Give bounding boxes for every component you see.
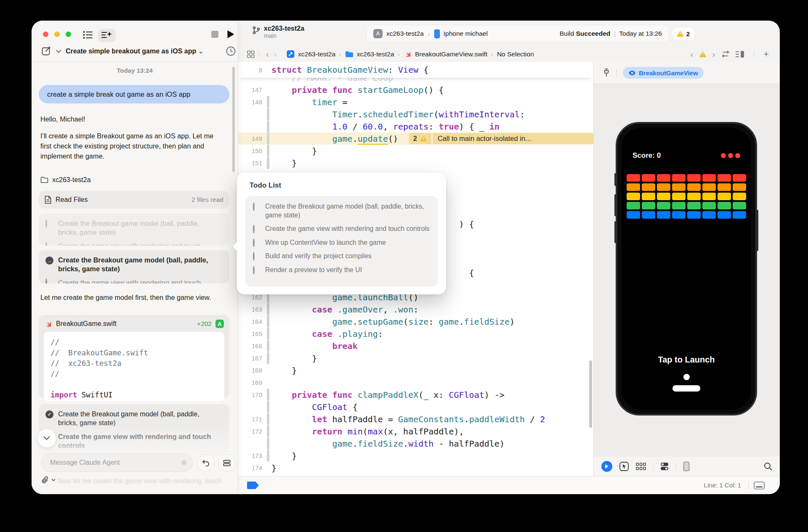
editor-grid-icon[interactable] bbox=[247, 50, 255, 58]
code-line[interactable]: 173} bbox=[238, 450, 593, 462]
minimize-traffic-light[interactable] bbox=[54, 32, 60, 37]
code-line[interactable]: 168} bbox=[238, 364, 593, 376]
todo-item[interactable]: Render a preview to verify the UI bbox=[253, 266, 430, 275]
session-list-icon[interactable] bbox=[83, 30, 93, 40]
activity-view[interactable]: A xc263-test2a › Iphone michael Build Su… bbox=[366, 25, 669, 42]
keyboard-icon[interactable] bbox=[754, 482, 765, 490]
code-line[interactable]: 174} bbox=[238, 462, 593, 474]
brick-row bbox=[627, 174, 746, 182]
todo-item-label: Create the Breakout game model (ball, pa… bbox=[265, 202, 430, 220]
todo-item[interactable]: Build and verify the project compiles bbox=[253, 252, 430, 261]
stop-button[interactable] bbox=[211, 31, 218, 38]
breadcrumb-file[interactable]: BreakoutGameView.swift bbox=[415, 50, 487, 58]
minimap-icon[interactable] bbox=[735, 50, 744, 58]
code-line[interactable]: 151} bbox=[238, 157, 593, 169]
todo-item[interactable]: Create the Breakout game model (ball, pa… bbox=[45, 219, 223, 237]
selectable-mode-icon[interactable] bbox=[619, 461, 629, 471]
brick bbox=[627, 202, 640, 209]
brick bbox=[642, 193, 655, 200]
tap-to-launch-label[interactable]: Tap to Launch bbox=[622, 355, 751, 365]
todo-item-label: Create the Breakout game model (ball, pa… bbox=[58, 256, 218, 273]
live-preview-button[interactable] bbox=[601, 461, 612, 472]
code-text: Timer.scheduledTimer(withTimeInterval: bbox=[271, 109, 525, 119]
code-line[interactable]: Timer.scheduledTimer(withTimeInterval: bbox=[238, 108, 593, 120]
message-input[interactable] bbox=[49, 458, 181, 467]
warning-count-badge[interactable]: 2 bbox=[671, 26, 695, 41]
breadcrumb-project[interactable]: xc263-test2a bbox=[298, 50, 335, 58]
read-files-card[interactable]: Read Files 2 files read bbox=[39, 191, 229, 209]
run-destination[interactable]: Iphone michael bbox=[444, 30, 488, 37]
breadcrumb-selection[interactable]: No Selection bbox=[497, 50, 534, 58]
code-line[interactable]: 147private func startGameLoop() { bbox=[238, 84, 593, 96]
code-line[interactable]: 170private func clampPaddleX(_ x: CGFloa… bbox=[238, 389, 593, 401]
code-line[interactable]: 167} bbox=[238, 352, 593, 364]
todo-card-pending[interactable]: Create the Breakout game model (ball, pa… bbox=[39, 214, 229, 246]
code-line[interactable]: 166break bbox=[238, 340, 593, 352]
brick bbox=[672, 174, 686, 182]
todo-item[interactable]: →Create the Breakout game model (ball, p… bbox=[45, 256, 223, 273]
scroll-to-bottom-button[interactable] bbox=[37, 429, 56, 448]
close-traffic-light[interactable] bbox=[43, 32, 48, 37]
undo-button[interactable] bbox=[197, 454, 215, 472]
variants-grid-icon[interactable] bbox=[636, 463, 646, 470]
code-line[interactable]: 172return min(max(x, halfPaddle), bbox=[238, 425, 593, 437]
project-chip[interactable]: xc263-test2a bbox=[40, 176, 91, 184]
breadcrumb-folder[interactable]: xc263-test2a bbox=[357, 50, 394, 58]
warning-count-chip[interactable]: 2 bbox=[409, 133, 431, 144]
brick bbox=[687, 193, 701, 200]
attachment-control[interactable] bbox=[41, 476, 56, 484]
warning-message-chip[interactable]: Call to main actor-isolated in... bbox=[433, 133, 593, 144]
preview-tab[interactable]: BreakoutGameView bbox=[623, 67, 704, 79]
code-line[interactable]: 171let halfPaddle = GameConstants.paddle… bbox=[238, 413, 593, 425]
queue-button[interactable] bbox=[218, 454, 236, 472]
code-line[interactable]: 1.0 / 60.0, repeats: true) { _ in bbox=[238, 120, 593, 132]
device-settings-icon[interactable] bbox=[660, 462, 669, 471]
code-line[interactable]: game.fieldSize.width - halfPaddle) bbox=[238, 437, 593, 450]
code-line[interactable]: 165case .playing: bbox=[238, 328, 593, 340]
add-editor-icon[interactable]: + bbox=[763, 49, 769, 60]
code-line[interactable]: 169 bbox=[238, 376, 593, 389]
game-screen[interactable]: Score: 0 Tap to Launch bbox=[622, 128, 751, 410]
code-review-icon[interactable] bbox=[721, 50, 730, 58]
todo-item[interactable]: Create the game view with rendering and … bbox=[253, 225, 430, 233]
issue-warning-icon[interactable] bbox=[699, 51, 706, 57]
scheme-name[interactable]: xc263-test2a bbox=[386, 30, 424, 37]
chat-header-row2: Create simple breakout game as iOS app ⌄ bbox=[32, 42, 238, 61]
file-edit-card[interactable]: BreakoutGame.swift +202 A //// BreakoutG… bbox=[39, 315, 229, 398]
code-line[interactable]: CGFloat { bbox=[238, 401, 593, 413]
todo-card-active[interactable]: →Create the Breakout game model (ball, p… bbox=[39, 250, 229, 283]
agent-mode-button[interactable] bbox=[98, 29, 116, 42]
brick bbox=[718, 211, 731, 219]
history-clock-icon[interactable] bbox=[226, 46, 236, 56]
change-bar-column bbox=[266, 340, 271, 352]
zoom-traffic-light[interactable] bbox=[66, 32, 71, 37]
thread-title[interactable]: Create simple breakout game as iOS app ⌄ bbox=[32, 47, 238, 55]
code-line[interactable]: 149game.update()2Call to main actor-isol… bbox=[238, 132, 593, 145]
code-line[interactable]: 163case .gameOver, .won: bbox=[238, 303, 593, 315]
editor-scrollbar[interactable] bbox=[589, 360, 592, 428]
todo-item[interactable]: Create the game view with rendering and … bbox=[45, 278, 223, 283]
run-button[interactable] bbox=[227, 30, 235, 39]
next-issue-icon[interactable]: › bbox=[711, 50, 716, 58]
code-text: struct BreakoutGameView: View { bbox=[271, 65, 428, 75]
code-line[interactable]: 8struct BreakoutGameView: View { bbox=[238, 64, 428, 76]
divider bbox=[754, 51, 754, 58]
code-line[interactable]: 150} bbox=[238, 145, 593, 157]
code-line[interactable]: 164game.setupGame(size: game.fieldSize) bbox=[238, 315, 593, 328]
chat-scrollbar[interactable] bbox=[232, 67, 235, 172]
device-preview-icon[interactable] bbox=[683, 461, 690, 471]
prev-issue-icon[interactable]: ‹ bbox=[690, 50, 694, 58]
search-icon[interactable] bbox=[763, 462, 773, 471]
forward-icon[interactable]: › bbox=[271, 50, 279, 58]
line-number: 171 bbox=[238, 416, 266, 423]
todo-item[interactable]: Create the Breakout game model (ball, pa… bbox=[253, 202, 430, 220]
brick-row bbox=[627, 211, 746, 219]
back-icon[interactable]: ‹ bbox=[263, 50, 271, 58]
message-input-wrap[interactable] bbox=[41, 453, 193, 472]
pin-icon[interactable] bbox=[602, 68, 611, 77]
todo-item[interactable]: Wire up ContentView to launch the game bbox=[253, 238, 430, 247]
todo-item[interactable]: Create the game view with rendering and … bbox=[45, 242, 223, 246]
scheme-project[interactable]: xc263-test2a main bbox=[252, 24, 304, 40]
iphone-simulator[interactable]: Score: 0 Tap to Launch bbox=[616, 122, 757, 416]
code-line[interactable]: 148timer = bbox=[238, 96, 593, 108]
